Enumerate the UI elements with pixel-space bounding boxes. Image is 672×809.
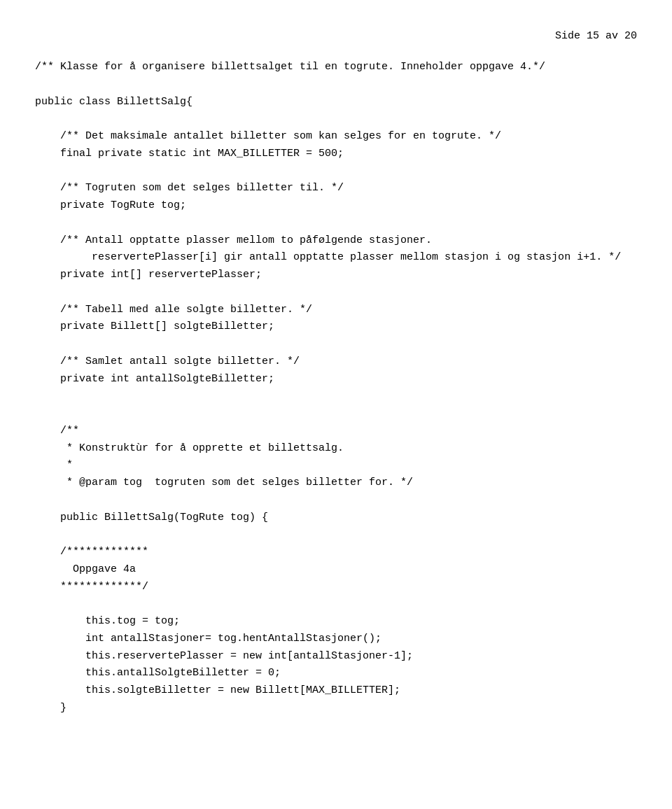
page-number: Side 15 av 20 xyxy=(555,28,637,45)
code-content: /** Klasse for å organisere billettsalge… xyxy=(35,59,637,717)
